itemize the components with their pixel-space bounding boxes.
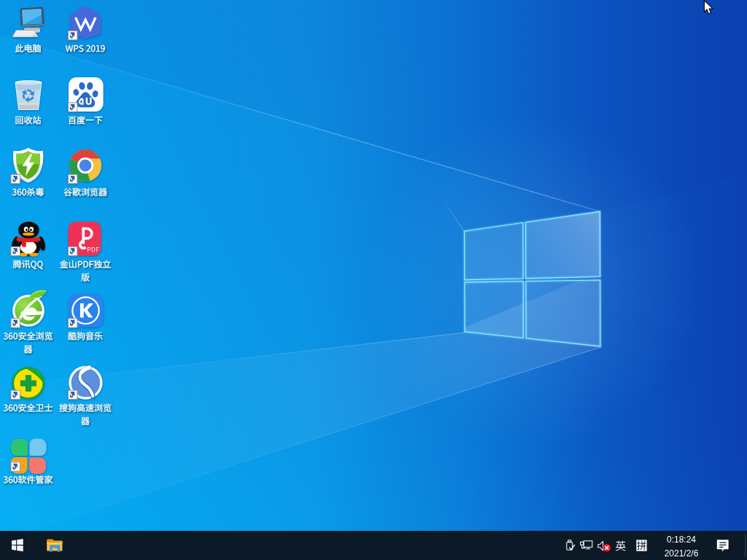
svg-text:2021/2/6: 2021/2/6: [665, 548, 699, 559]
svg-text:0:18:24: 0:18:24: [667, 534, 696, 545]
